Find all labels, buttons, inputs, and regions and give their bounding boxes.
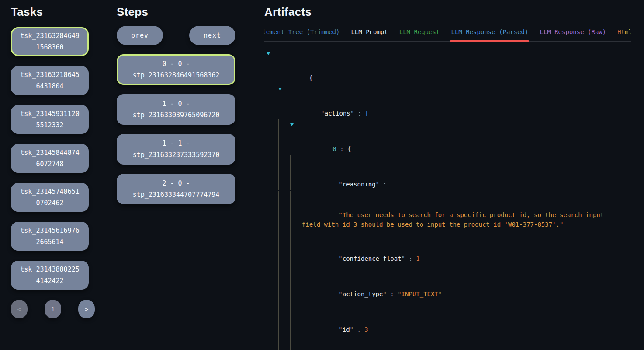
- json-token: " :: [402, 255, 416, 262]
- indent-guide: [267, 155, 278, 190]
- steps-title: Steps: [117, 5, 235, 19]
- json-token: actions: [325, 110, 350, 117]
- json-token: " :: [383, 290, 398, 298]
- task-button[interactable]: tsk_231459311205512332: [11, 105, 89, 134]
- json-token: ": [438, 290, 442, 298]
- json-tokens: "The user needs to search for a specific…: [302, 191, 621, 229]
- page-number-button[interactable]: 1: [45, 300, 61, 318]
- task-button[interactable]: tsk_231458448746072748: [11, 144, 89, 173]
- indent-guide: [267, 119, 278, 155]
- tasks-title: Tasks: [11, 5, 89, 19]
- app-root: Tasks tsk_231632846491568360 tsk_2316321…: [0, 0, 644, 350]
- step-button[interactable]: 1 - 1 - stp_231633237333592370: [117, 134, 235, 164]
- task-list: tsk_231632846491568360 tsk_2316321864564…: [11, 27, 89, 290]
- json-row: {: [264, 49, 621, 84]
- json-row: "reasoning" :: [264, 155, 621, 190]
- json-tokens: "actions" : [: [284, 84, 621, 119]
- indent-guide: [267, 229, 278, 265]
- task-button[interactable]: tsk_231632186456431804: [11, 66, 89, 95]
- json-row: "text" : "W01-377-8537": [264, 336, 621, 350]
- chevron-down-icon: [267, 52, 270, 62]
- json-token: " :: [350, 110, 365, 117]
- expander[interactable]: [278, 84, 284, 119]
- step-list: 0 - 0 - stp_231632846491568362 1 - 0 - s…: [117, 54, 235, 204]
- json-tokens: "reasoning" :: [302, 155, 621, 190]
- indent-guide: [278, 119, 290, 155]
- indent-guide: [290, 191, 302, 229]
- indent-guide: [290, 229, 302, 265]
- json-token: id: [343, 326, 350, 333]
- json-token: :: [336, 145, 347, 152]
- json-token: [: [365, 110, 368, 117]
- task-pagination: < 1 >: [11, 300, 95, 318]
- step-button[interactable]: 1 - 0 - stp_231633039765096720: [117, 94, 235, 125]
- artifact-tab[interactable]: LLM Prompt: [350, 27, 388, 41]
- task-button[interactable]: tsk_231456169762665614: [11, 222, 89, 251]
- artifact-tab[interactable]: Html (Raw): [616, 27, 631, 41]
- indent-guide: [290, 265, 302, 300]
- expander[interactable]: [290, 119, 296, 155]
- json-tokens: "text" : "W01-377-8537": [302, 336, 621, 350]
- json-token: action_type: [343, 290, 383, 298]
- artifact-tabs-clip: Element Tree (Trimmed) LLM Prompt LLM Re…: [264, 27, 631, 42]
- indent-guide: [267, 265, 278, 300]
- page-prev-button[interactable]: <: [11, 300, 28, 318]
- json-viewer: { "actions" : [: [264, 49, 621, 350]
- expander[interactable]: [267, 49, 272, 84]
- artifact-tab[interactable]: LLM Request: [398, 27, 441, 41]
- json-token: ": [339, 255, 342, 262]
- json-token: " :: [350, 326, 365, 333]
- json-token: reasoning: [343, 181, 376, 188]
- indent-guide: [290, 155, 302, 190]
- indent-guide: [267, 84, 278, 119]
- json-token: ": [339, 181, 342, 188]
- artifact-tab[interactable]: LLM Response (Parsed): [450, 27, 529, 41]
- json-token: {: [347, 145, 351, 152]
- step-button[interactable]: 2 - 0 - stp_231633344707774794: [117, 174, 235, 204]
- json-tokens: {: [272, 49, 621, 84]
- json-tokens: "confidence_float" : 1: [302, 229, 621, 265]
- json-token: confidence_float: [343, 255, 402, 262]
- chevron-down-icon: [290, 123, 294, 133]
- indent-guide: [267, 191, 278, 229]
- indent-guide: [278, 265, 290, 300]
- indent-guide: [267, 300, 278, 336]
- indent-guide: [278, 300, 290, 336]
- page-next-button[interactable]: >: [78, 300, 95, 318]
- json-row: "The user needs to search for a specific…: [264, 190, 621, 229]
- json-tokens: "id" : 3: [302, 300, 621, 336]
- step-button[interactable]: 0 - 0 - stp_231632846491568362: [117, 54, 235, 85]
- json-token: 3: [364, 326, 368, 333]
- artifact-tab[interactable]: Element Tree (Trimmed): [264, 27, 340, 41]
- json-row: 0 : {: [264, 119, 621, 155]
- json-row: "id" : 3: [264, 300, 621, 336]
- prev-step-button[interactable]: prev: [117, 26, 163, 45]
- json-row: "confidence_float" : 1: [264, 229, 621, 265]
- json-token: 0: [332, 145, 336, 152]
- task-button[interactable]: tsk_231438802254142422: [11, 261, 89, 290]
- json-row: "actions" : [: [264, 84, 621, 119]
- artifact-tabs: Element Tree (Trimmed) LLM Prompt LLM Re…: [264, 27, 631, 42]
- step-nav-row: prev next: [117, 26, 235, 45]
- indent-guide: [267, 336, 278, 350]
- indent-guide: [290, 336, 302, 350]
- task-button[interactable]: tsk_231457486510702462: [11, 183, 89, 212]
- json-row: "action_type" : "INPUT_TEXT": [264, 265, 621, 300]
- indent-guide: [278, 229, 290, 265]
- indent-guide: [278, 155, 290, 190]
- json-token: " :: [376, 181, 387, 188]
- steps-panel: Steps prev next 0 - 0 - stp_231632846491…: [117, 0, 235, 350]
- task-button[interactable]: tsk_231632846491568360: [11, 27, 89, 56]
- json-tokens: "action_type" : "INPUT_TEXT": [302, 265, 621, 300]
- json-token: {: [309, 74, 312, 81]
- indent-guide: [290, 300, 302, 336]
- artifact-tab[interactable]: LLM Response (Raw): [539, 27, 607, 41]
- json-token: INPUT_TEXT: [402, 290, 438, 298]
- artifacts-panel: Artifacts Element Tree (Trimmed) LLM Pro…: [264, 0, 631, 350]
- tasks-panel: Tasks tsk_231632846491568360 tsk_2316321…: [11, 0, 89, 350]
- next-step-button[interactable]: next: [189, 26, 235, 45]
- json-token: 1: [416, 255, 419, 262]
- json-token: ": [339, 326, 342, 333]
- chevron-down-icon: [278, 88, 282, 98]
- indent-guide: [278, 191, 290, 229]
